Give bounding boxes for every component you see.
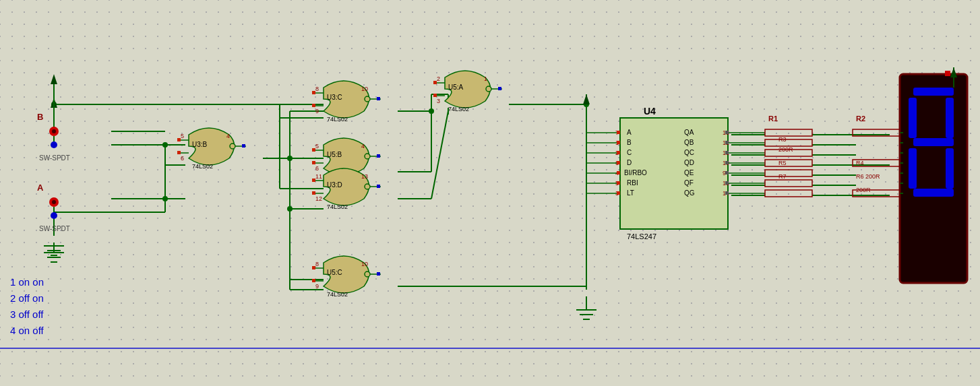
svg-text:U5:A: U5:A [448,84,464,91]
svg-text:5: 5 [181,133,184,139]
svg-text:74LS02: 74LS02 [192,163,213,170]
svg-marker-259 [950,67,957,77]
svg-text:74LS02: 74LS02 [448,106,469,112]
svg-rect-192 [617,161,620,164]
svg-text:R5: R5 [778,160,787,166]
svg-line-38 [431,111,448,199]
svg-text:R3: R3 [778,136,787,143]
svg-text:BI/RBO: BI/RBO [624,169,647,176]
svg-text:U5:C: U5:C [327,269,342,276]
svg-rect-162 [312,266,315,269]
svg-text:RBI: RBI [627,179,638,187]
svg-marker-224 [583,94,590,104]
svg-point-68 [162,142,168,148]
svg-rect-191 [617,151,620,154]
svg-text:QD: QD [684,159,694,166]
svg-rect-140 [377,185,380,188]
svg-rect-231 [765,180,812,187]
svg-rect-127 [312,161,315,164]
status-line-1: 1 on on [10,274,44,290]
svg-rect-104 [242,144,245,148]
svg-text:5: 5 [315,143,319,150]
svg-text:74LS02: 74LS02 [327,203,348,210]
svg-text:QA: QA [684,129,694,136]
svg-text:A: A [37,183,44,193]
status-line-2: 2 off on [10,290,44,307]
svg-text:U4: U4 [644,106,656,117]
circuit-diagram: B SW-SPDT A SW-SPDT [0,0,980,386]
svg-text:12: 12 [315,195,322,202]
svg-rect-222 [725,181,729,185]
svg-text:U5:B: U5:B [327,151,342,158]
svg-point-85 [52,200,56,204]
svg-text:U3:D: U3:D [327,181,342,189]
svg-rect-164 [377,272,380,276]
svg-text:LT: LT [627,189,634,197]
svg-rect-150 [433,81,437,84]
svg-text:6: 6 [315,165,319,172]
svg-text:R1: R1 [768,115,778,123]
svg-text:B: B [37,112,43,122]
svg-text:2: 2 [437,75,440,82]
svg-point-86 [51,212,57,219]
svg-text:10: 10 [361,261,368,267]
svg-point-71 [287,206,293,212]
svg-text:U3:C: U3:C [327,94,342,101]
svg-rect-163 [312,279,315,282]
svg-rect-230 [765,170,812,176]
svg-text:R4: R4 [856,160,864,166]
svg-rect-218 [725,141,729,144]
svg-text:4: 4 [361,143,365,150]
svg-text:R6  200R: R6 200R [856,173,880,180]
svg-rect-227 [765,139,812,146]
svg-text:D: D [627,159,632,166]
svg-text:QB: QB [684,139,694,146]
svg-text:A: A [627,129,632,136]
svg-text:U3:B: U3:B [192,141,208,148]
svg-rect-245 [913,88,954,96]
svg-text:SW-SPDT: SW-SPDT [39,154,70,162]
svg-rect-152 [498,87,501,90]
svg-rect-126 [312,148,315,152]
svg-rect-229 [765,160,812,166]
svg-rect-251 [913,189,954,197]
svg-text:74LS247: 74LS247 [627,232,656,240]
svg-text:200R: 200R [778,146,793,153]
svg-text:9: 9 [315,108,319,115]
svg-rect-232 [765,190,812,197]
status-display: 1 on on 2 off on 3 off off 4 on off [10,274,44,339]
svg-rect-261 [945,71,950,76]
svg-rect-219 [725,151,729,154]
svg-text:3: 3 [437,98,440,104]
svg-text:8: 8 [315,86,319,92]
svg-text:6: 6 [181,155,184,162]
svg-rect-102 [177,138,181,141]
svg-rect-195 [617,191,620,195]
svg-text:B: B [627,139,632,146]
svg-point-117 [365,154,370,159]
svg-text:11: 11 [315,173,322,180]
svg-point-129 [365,184,370,189]
svg-rect-220 [725,161,729,164]
svg-text:4: 4 [226,133,230,139]
svg-point-72 [429,108,434,114]
svg-rect-226 [765,129,812,136]
svg-rect-221 [725,171,729,174]
svg-text:1: 1 [484,75,487,82]
svg-rect-194 [617,181,620,185]
svg-point-141 [486,86,491,92]
svg-rect-103 [177,151,181,154]
svg-rect-246 [909,98,917,138]
svg-text:QG: QG [684,189,695,197]
svg-rect-248 [913,138,954,146]
svg-rect-138 [312,179,315,182]
svg-point-80 [51,141,57,148]
svg-text:QE: QE [684,169,694,176]
svg-text:13: 13 [361,173,368,180]
svg-point-69 [162,196,168,201]
svg-rect-116 [377,97,380,100]
svg-rect-189 [617,131,620,134]
svg-text:74LS02: 74LS02 [327,116,348,123]
svg-rect-190 [617,141,620,144]
svg-point-93 [230,143,235,149]
